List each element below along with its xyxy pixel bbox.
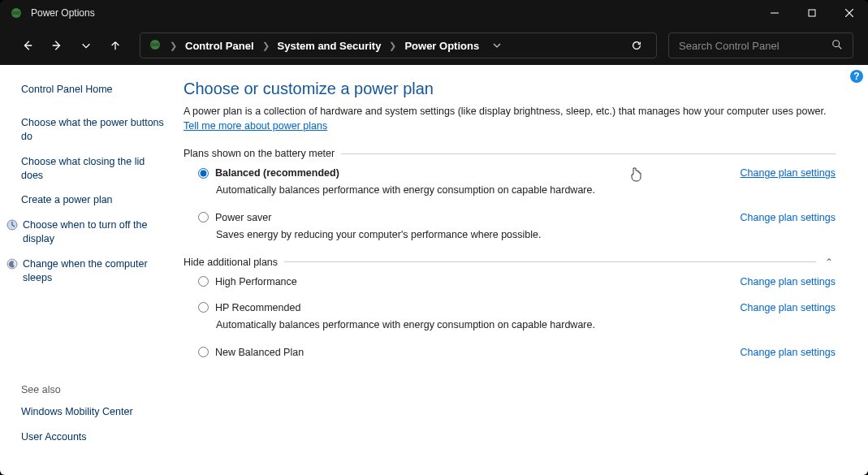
radio-power-saver[interactable] (198, 212, 209, 222)
section-label-text: Plans shown on the battery meter (184, 148, 335, 159)
chevron-right-icon: ❯ (170, 41, 177, 51)
plan-description: Automatically balances performance with … (216, 184, 836, 197)
title-bar: Power Options (0, 0, 868, 26)
change-plan-settings-power-saver[interactable]: Change plan settings (741, 212, 836, 223)
divider (284, 261, 816, 262)
refresh-button[interactable] (625, 34, 648, 57)
see-also-heading: See also (21, 384, 167, 395)
plan-label[interactable]: Balanced (recommended) (215, 167, 339, 179)
radio-new-balanced[interactable] (198, 347, 209, 357)
intro-text-body: A power plan is a collection of hardware… (184, 106, 826, 117)
sidebar-link-turn-off-display[interactable]: Choose when to turn off the display (23, 218, 167, 246)
main-panel: Choose or customize a power plan A power… (177, 65, 868, 475)
forward-button[interactable] (44, 32, 70, 58)
help-icon[interactable]: ? (850, 70, 863, 83)
breadcrumb-system-security[interactable]: System and Security (278, 40, 382, 52)
chevron-right-icon: ❯ (389, 41, 396, 51)
plan-balanced: Balanced (recommended) Change plan setti… (198, 167, 836, 197)
chevron-up-icon[interactable]: ⌃ (823, 257, 836, 268)
breadcrumb-control-panel[interactable]: Control Panel (185, 40, 254, 52)
section-label-text: Hide additional plans (184, 257, 278, 268)
display-off-icon (6, 219, 18, 231)
window-title: Power Options (31, 7, 95, 19)
plan-new-balanced: New Balanced Plan Change plan settings (198, 347, 836, 358)
control-panel-home-link[interactable]: Control Panel Home (21, 83, 167, 97)
address-bar[interactable]: ❯ Control Panel ❯ System and Security ❯ … (140, 32, 657, 58)
maximize-button[interactable] (793, 0, 831, 26)
back-button[interactable] (15, 32, 41, 58)
content-area: ? Control Panel Home Choose what the pow… (0, 65, 868, 475)
svg-rect-3 (809, 10, 815, 16)
sidebar-link-power-buttons[interactable]: Choose what the power buttons do (21, 116, 167, 144)
section-battery-plans: Plans shown on the battery meter (184, 148, 836, 159)
sidebar-link-computer-sleeps[interactable]: Change when the computer sleeps (23, 257, 167, 285)
plan-label[interactable]: HP Recommended (215, 302, 300, 313)
plan-label[interactable]: Power saver (215, 212, 271, 223)
search-input[interactable]: Search Control Panel (668, 32, 853, 58)
sidebar-link-closing-lid[interactable]: Choose what closing the lid does (21, 155, 167, 183)
close-button[interactable] (831, 0, 868, 26)
change-plan-settings-hp-recommended[interactable]: Change plan settings (741, 302, 836, 313)
address-icon (149, 38, 162, 54)
divider (341, 153, 836, 154)
intro-learn-more-link[interactable]: Tell me more about power plans (184, 120, 327, 132)
see-also-section: See also Windows Mobility Center User Ac… (21, 384, 167, 464)
search-icon (831, 39, 843, 53)
minimize-button[interactable] (756, 0, 793, 26)
nav-bar: ❯ Control Panel ❯ System and Security ❯ … (0, 26, 868, 65)
sidebar: Control Panel Home Choose what the power… (0, 65, 177, 475)
breadcrumb-power-options[interactable]: Power Options (404, 40, 479, 52)
plan-high-performance: High Performance Change plan settings (198, 276, 836, 287)
page-heading: Choose or customize a power plan (184, 80, 836, 98)
svg-rect-1 (12, 11, 20, 15)
plan-hp-recommended: HP Recommended Change plan settings Auto… (198, 302, 836, 332)
radio-high-performance[interactable] (198, 276, 209, 287)
plan-label[interactable]: High Performance (215, 276, 297, 287)
see-also-user-accounts[interactable]: User Accounts (21, 430, 167, 444)
svg-rect-9 (151, 43, 159, 46)
sidebar-link-create-plan[interactable]: Create a power plan (21, 193, 167, 207)
svg-line-11 (839, 45, 842, 49)
change-plan-settings-high-performance[interactable]: Change plan settings (741, 276, 836, 287)
radio-hp-recommended[interactable] (198, 302, 209, 313)
window-root: Power Options ❯ Control Panel ❯ System a… (0, 0, 868, 475)
section-additional-plans[interactable]: Hide additional plans ⌃ (184, 257, 836, 268)
recent-dropdown[interactable] (73, 32, 99, 58)
svg-point-10 (833, 40, 840, 46)
change-plan-settings-balanced[interactable]: Change plan settings (741, 167, 836, 179)
intro-text: A power plan is a collection of hardware… (184, 105, 836, 133)
window-controls (756, 0, 868, 26)
plan-description: Automatically balances performance with … (216, 318, 836, 332)
plan-description: Saves energy by reducing your computer's… (216, 228, 836, 242)
power-options-icon (10, 6, 23, 19)
address-history-dropdown[interactable] (487, 34, 507, 57)
up-button[interactable] (102, 32, 128, 58)
plan-power-saver: Power saver Change plan settings Saves e… (198, 212, 836, 242)
plan-label[interactable]: New Balanced Plan (215, 347, 304, 358)
change-plan-settings-new-balanced[interactable]: Change plan settings (741, 347, 836, 358)
sleep-icon (6, 258, 18, 270)
see-also-mobility-center[interactable]: Windows Mobility Center (21, 405, 167, 419)
search-placeholder: Search Control Panel (679, 40, 779, 52)
radio-balanced[interactable] (198, 168, 209, 179)
chevron-right-icon: ❯ (262, 41, 270, 51)
